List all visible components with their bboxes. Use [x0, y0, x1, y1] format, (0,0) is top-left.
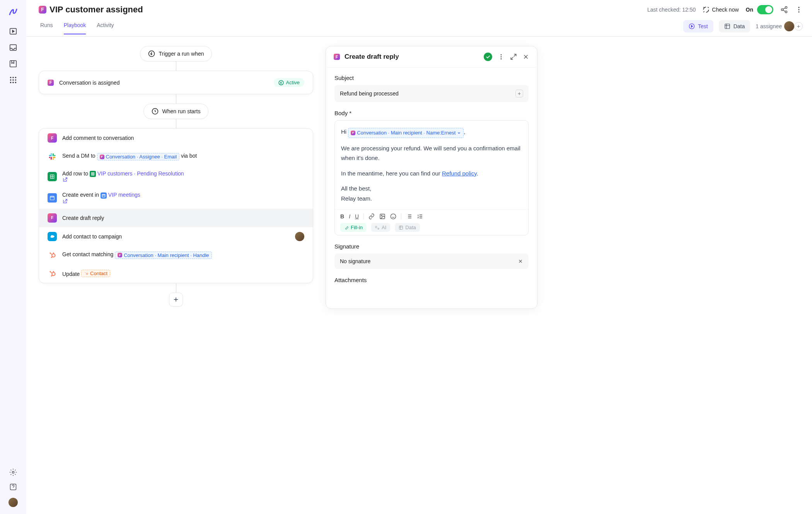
- tabs-row: Runs Playbook Activity Test Data 1 assig…: [26, 15, 812, 37]
- check-now-button[interactable]: Check now: [703, 6, 739, 13]
- bullet-list-button[interactable]: [406, 213, 412, 220]
- more-menu-icon[interactable]: [795, 6, 803, 14]
- body-paragraph: All the best,Relay team.: [341, 184, 522, 203]
- main-nav-sidebar: [0, 0, 26, 514]
- trigger-card[interactable]: F Conversation is assigned Active: [39, 71, 313, 94]
- help-icon[interactable]: [9, 483, 17, 491]
- close-icon[interactable]: [522, 53, 529, 60]
- link-button[interactable]: [368, 213, 375, 220]
- step-label: Add row to VIP customers · Pending Resol…: [62, 170, 184, 182]
- svg-rect-2: [10, 61, 17, 67]
- when-run-starts-pill[interactable]: When run starts: [143, 104, 209, 119]
- add-variable-button[interactable]: +: [515, 90, 523, 97]
- variable-chip[interactable]: FConversation · Main recipient · Name:Er…: [348, 128, 464, 138]
- last-checked-label: Last checked: 12:50: [647, 7, 696, 13]
- numbered-list-button[interactable]: [417, 213, 423, 220]
- app-logo[interactable]: [8, 7, 19, 18]
- enabled-toggle[interactable]: [757, 5, 773, 14]
- nav-inbox-icon[interactable]: [9, 43, 17, 52]
- panel-more-icon[interactable]: [498, 53, 505, 60]
- tab-playbook[interactable]: Playbook: [64, 22, 86, 34]
- test-button[interactable]: Test: [683, 20, 713, 32]
- underline-button[interactable]: U: [355, 213, 359, 220]
- when-run-starts-label: When run starts: [162, 108, 201, 114]
- nav-bookmark-icon[interactable]: [9, 60, 17, 68]
- step-create-draft-reply[interactable]: F Create draft reply: [39, 209, 313, 227]
- svg-point-18: [798, 9, 799, 10]
- front-app-icon: F: [48, 80, 54, 86]
- trigger-pill[interactable]: Trigger a run when: [140, 46, 212, 61]
- italic-button[interactable]: I: [349, 213, 350, 220]
- tab-runs[interactable]: Runs: [40, 22, 53, 34]
- nav-apps-icon[interactable]: [9, 76, 17, 84]
- svg-point-12: [12, 471, 14, 473]
- svg-rect-27: [50, 196, 55, 200]
- calendar-link[interactable]: VIP meetings: [108, 192, 140, 198]
- variable-chip[interactable]: Contact: [81, 270, 110, 277]
- assignees-label: 1 assignee: [756, 23, 782, 29]
- svg-point-39: [501, 54, 502, 55]
- fillin-button[interactable]: Fill-in: [340, 223, 367, 232]
- sheet-link[interactable]: VIP customers · Pending Resolution: [97, 170, 184, 177]
- add-step-button[interactable]: [169, 293, 183, 306]
- svg-point-41: [501, 58, 502, 60]
- emoji-button[interactable]: [390, 213, 396, 220]
- expand-icon[interactable]: [510, 53, 517, 60]
- svg-point-8: [15, 79, 17, 81]
- step-update-contact[interactable]: Update Contact: [39, 264, 313, 283]
- assignee-avatar: [784, 21, 794, 31]
- body-paragraph: We are processing your refund. We will s…: [341, 143, 522, 163]
- external-link-icon[interactable]: [62, 199, 140, 204]
- svg-point-17: [798, 7, 799, 8]
- user-avatar[interactable]: [9, 498, 18, 507]
- page-header: F VIP customer assigned Last checked: 12…: [26, 0, 812, 15]
- data-button[interactable]: Data: [719, 20, 751, 32]
- share-icon[interactable]: [780, 6, 788, 14]
- step-create-event[interactable]: Create event in VIP meetings: [39, 187, 313, 208]
- body-editor[interactable]: Hi FConversation · Main recipient · Name…: [334, 120, 529, 235]
- page-title: VIP customer assigned: [49, 5, 143, 15]
- svg-point-37: [86, 273, 88, 274]
- image-button[interactable]: [379, 213, 386, 220]
- refund-policy-link[interactable]: Refund policy: [442, 170, 477, 177]
- step-assignee-avatar[interactable]: [295, 232, 304, 241]
- assignees-control[interactable]: 1 assignee +: [756, 21, 803, 31]
- svg-point-7: [12, 79, 14, 81]
- svg-point-40: [501, 56, 502, 58]
- calendar-icon: [101, 192, 107, 199]
- svg-point-9: [10, 82, 12, 83]
- svg-rect-21: [725, 24, 730, 29]
- data-pill-button[interactable]: Data: [395, 223, 420, 232]
- step-add-comment[interactable]: F Add comment to conversation: [39, 129, 313, 147]
- tab-activity[interactable]: Activity: [97, 22, 114, 34]
- add-assignee-button[interactable]: +: [794, 22, 803, 31]
- svg-point-44: [391, 214, 396, 219]
- check-now-label: Check now: [712, 7, 739, 13]
- calendar-icon: [48, 193, 57, 203]
- front-app-icon: F: [334, 54, 340, 60]
- step-send-dm[interactable]: Send a DM to FConversation · Assignee · …: [39, 147, 313, 166]
- flow-canvas: Trigger a run when F Conversation is ass…: [39, 46, 313, 505]
- sheets-icon: [48, 172, 57, 181]
- variable-chip[interactable]: FConversation · Assignee · Email: [97, 153, 180, 160]
- step-add-row[interactable]: Add row to VIP customers · Pending Resol…: [39, 166, 313, 187]
- attachments-label: Attachments: [334, 277, 529, 283]
- settings-icon[interactable]: [9, 468, 17, 476]
- svg-point-14: [785, 7, 787, 9]
- step-label: Add comment to conversation: [62, 135, 134, 141]
- step-add-contact-campaign[interactable]: Add contact to campaign: [39, 227, 313, 246]
- nav-play-icon[interactable]: [9, 27, 17, 36]
- variable-chip[interactable]: FConversation · Main recipient · Handle: [115, 252, 212, 259]
- ai-button[interactable]: AI: [371, 223, 390, 232]
- bold-button[interactable]: B: [340, 213, 344, 220]
- toggle-on-label: On: [746, 7, 753, 13]
- data-label: Data: [734, 23, 745, 29]
- external-link-icon[interactable]: [62, 177, 184, 182]
- signature-select[interactable]: No signature: [334, 254, 529, 269]
- step-get-contact[interactable]: Get contact matching FConversation · Mai…: [39, 246, 313, 264]
- clear-signature-icon[interactable]: [518, 259, 523, 264]
- trigger-card-label: Conversation is assigned: [59, 80, 119, 86]
- step-label: Update Contact: [62, 270, 110, 277]
- step-label: Send a DM to FConversation · Assignee · …: [62, 153, 197, 160]
- subject-input[interactable]: Refund being processed +: [334, 85, 529, 102]
